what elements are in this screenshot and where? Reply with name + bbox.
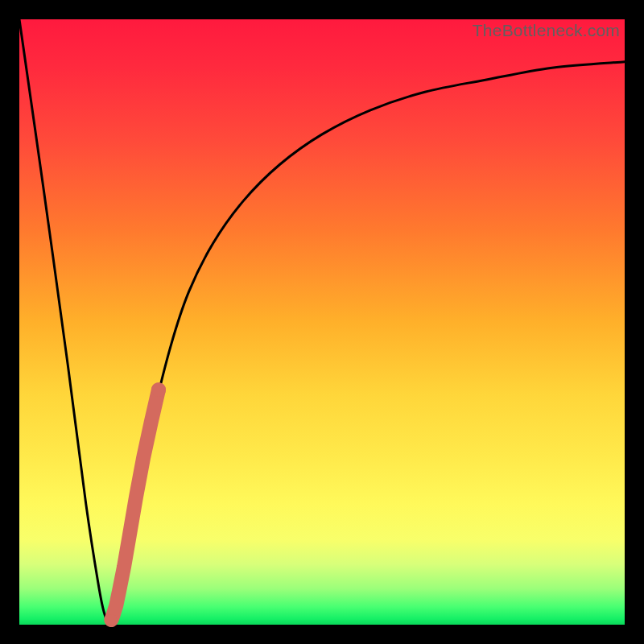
chart-frame: TheBottleneck.com [0,0,644,644]
bottleneck-curve-path [19,19,625,625]
chart-svg [19,19,625,625]
highlight-end-dot [151,382,166,397]
plot-area: TheBottleneck.com [19,19,625,625]
highlight-base-dot [105,614,117,625]
highlight-segment-path [111,390,159,620]
